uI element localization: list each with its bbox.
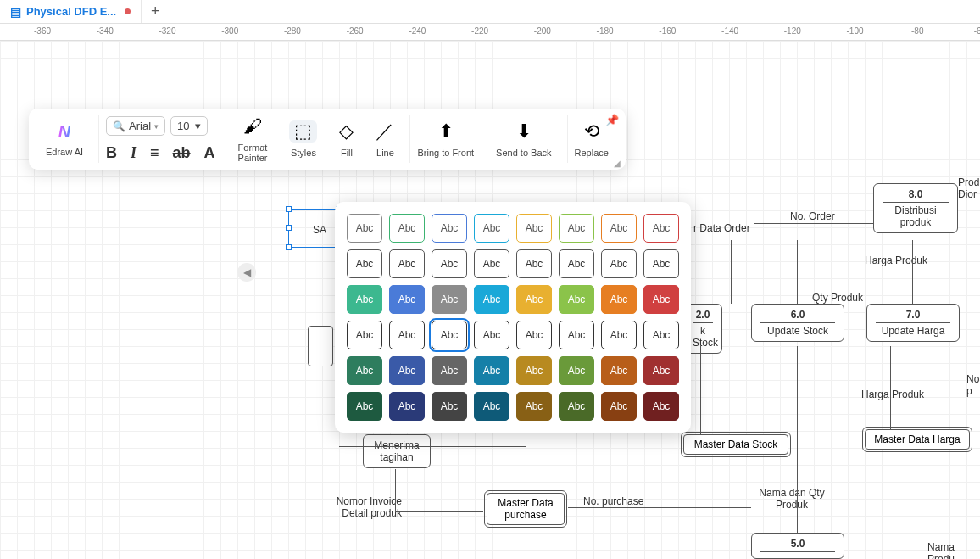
node-5.0[interactable]: 5.0 <box>751 533 844 559</box>
style-swatch[interactable]: Abc <box>516 285 552 314</box>
style-swatch[interactable]: Abc <box>601 214 637 243</box>
style-swatch[interactable]: Abc <box>516 321 552 349</box>
ruler-mark: -140 <box>721 26 738 36</box>
styles-panel: AbcAbcAbcAbcAbcAbcAbcAbcAbcAbcAbcAbcAbcA… <box>335 202 691 433</box>
style-swatch[interactable]: Abc <box>559 214 594 243</box>
style-swatch[interactable]: Abc <box>516 214 552 243</box>
canvas[interactable]: 📌 ◢ N Edraw AI 🔍 Arial ▾ 10 ▾ B I <box>0 41 980 559</box>
tab-bar: ▤ Physical DFD E... + <box>0 0 980 24</box>
style-swatch[interactable]: Abc <box>347 321 382 349</box>
style-swatch[interactable]: Abc <box>389 285 425 314</box>
node-menerima[interactable]: Menerima tagihan <box>363 434 431 468</box>
bring-front-button[interactable]: ⬆ Bring to Front <box>409 115 481 163</box>
style-swatch[interactable]: Abc <box>601 321 637 349</box>
style-swatch[interactable]: Abc <box>559 321 594 349</box>
search-icon: 🔍 <box>113 120 125 132</box>
style-swatch[interactable]: Abc <box>432 356 467 385</box>
style-swatch[interactable]: Abc <box>347 249 382 278</box>
ruler-mark: -280 <box>284 26 301 36</box>
label-nama-produ: Nama Produ <box>927 541 980 559</box>
style-swatch[interactable]: Abc <box>347 356 382 385</box>
style-swatch[interactable]: Abc <box>643 249 679 278</box>
style-swatch[interactable]: Abc <box>474 285 509 314</box>
align-button[interactable]: ≡ <box>150 144 159 162</box>
style-swatch[interactable]: Abc <box>432 321 467 349</box>
style-swatch[interactable]: Abc <box>432 249 467 278</box>
node-master-purchase[interactable]: Master Data purchase <box>487 493 565 525</box>
font-size-select[interactable]: 10 ▾ <box>170 116 207 136</box>
style-swatch[interactable]: Abc <box>559 249 594 278</box>
tab-document[interactable]: ▤ Physical DFD E... <box>0 0 142 23</box>
document-icon: ▤ <box>10 5 21 19</box>
send-back-icon: ⬇ <box>516 120 532 143</box>
style-swatch[interactable]: Abc <box>601 392 637 421</box>
style-swatch[interactable]: Abc <box>643 214 679 243</box>
style-swatch[interactable]: Abc <box>389 392 425 421</box>
edraw-ai-button[interactable]: N Edraw AI <box>39 115 90 163</box>
style-swatch[interactable]: Abc <box>643 356 679 385</box>
font-family-select[interactable]: 🔍 Arial ▾ <box>106 116 165 136</box>
style-swatch[interactable]: Abc <box>516 392 552 421</box>
style-swatch[interactable]: Abc <box>643 392 679 421</box>
style-swatch[interactable]: Abc <box>432 214 467 243</box>
strikethrough-button[interactable]: ab <box>173 144 191 162</box>
style-swatch[interactable]: Abc <box>559 285 594 314</box>
label-data-order: r Data Order <box>693 222 750 234</box>
style-swatch[interactable]: Abc <box>389 249 425 278</box>
pin-icon[interactable]: 📌 <box>605 114 619 126</box>
style-swatch[interactable]: Abc <box>643 321 679 349</box>
resize-icon[interactable]: ◢ <box>614 159 621 168</box>
style-swatch[interactable]: Abc <box>559 392 594 421</box>
node-8.0[interactable]: 8.0 Distribusi produk <box>873 183 958 233</box>
style-swatch[interactable]: Abc <box>347 285 382 314</box>
style-swatch[interactable]: Abc <box>474 214 509 243</box>
node-master-stock[interactable]: Master Data Stock <box>683 434 788 455</box>
node-sa[interactable]: SA <box>313 224 326 236</box>
new-tab-button[interactable]: + <box>147 3 164 20</box>
ruler-mark: -240 <box>409 26 426 36</box>
style-swatch[interactable]: Abc <box>432 392 467 421</box>
style-swatch[interactable]: Abc <box>432 285 467 314</box>
style-swatch[interactable]: Abc <box>347 392 382 421</box>
styles-button[interactable]: ⬚ Styles <box>282 115 324 163</box>
style-swatch[interactable]: Abc <box>559 356 594 385</box>
style-swatch[interactable]: Abc <box>474 356 509 385</box>
bring-front-icon: ⬆ <box>438 120 454 143</box>
style-swatch[interactable]: Abc <box>601 249 637 278</box>
ruler-mark: -300 <box>221 26 238 36</box>
label-qty-produk: Qty Produk <box>812 292 863 304</box>
style-swatch[interactable]: Abc <box>643 285 679 314</box>
style-swatch[interactable]: Abc <box>516 249 552 278</box>
replace-icon: ⟲ <box>584 120 599 143</box>
send-back-button[interactable]: ⬇ Send to Back <box>489 115 558 163</box>
node-7.0[interactable]: 7.0 Update Harga <box>866 304 960 342</box>
style-swatch[interactable]: Abc <box>474 249 509 278</box>
style-swatch[interactable]: Abc <box>389 214 425 243</box>
font-color-button[interactable]: A <box>204 144 215 162</box>
style-swatch[interactable]: Abc <box>601 356 637 385</box>
style-swatch[interactable]: Abc <box>347 214 382 243</box>
node-partial[interactable] <box>308 326 333 366</box>
style-swatch[interactable]: Abc <box>389 356 425 385</box>
fill-button[interactable]: ◇ Fill <box>332 115 360 163</box>
ruler-mark: -60 <box>974 26 980 36</box>
fill-icon: ◇ <box>339 120 354 143</box>
style-swatch[interactable]: Abc <box>516 356 552 385</box>
bold-button[interactable]: B <box>106 144 117 162</box>
style-swatch[interactable]: Abc <box>601 285 637 314</box>
ruler-mark: -180 <box>597 26 614 36</box>
ruler: -360-340-320-300-280-260-240-220-200-180… <box>0 24 980 41</box>
format-painter-button[interactable]: 🖌 Format Painter <box>231 115 275 163</box>
ruler-mark: -320 <box>159 26 175 36</box>
ruler-mark: -120 <box>784 26 801 36</box>
italic-button[interactable]: I <box>131 144 136 162</box>
style-swatch[interactable]: Abc <box>389 321 425 349</box>
ruler-mark: -80 <box>911 26 923 36</box>
collapse-arrow[interactable]: ◀ <box>237 263 256 282</box>
line-button[interactable]: ／ Line <box>369 115 401 163</box>
ai-icon: N <box>58 122 70 142</box>
style-swatch[interactable]: Abc <box>474 321 509 349</box>
node-6.0[interactable]: 6.0 Update Stock <box>751 304 844 342</box>
style-swatch[interactable]: Abc <box>474 392 509 421</box>
node-master-harga[interactable]: Master Data Harga <box>865 429 970 450</box>
